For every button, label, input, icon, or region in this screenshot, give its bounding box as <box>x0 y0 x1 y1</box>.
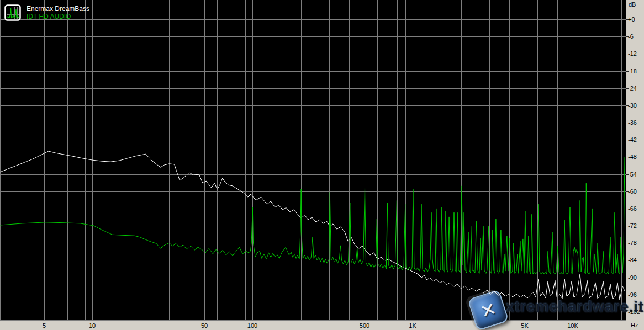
series-plot <box>0 0 626 321</box>
right-axis-margin <box>626 0 644 330</box>
series-line-idt-hd-audio <box>1 157 625 274</box>
legend-item-enermax-dreambass: Enermax DreamBass <box>27 5 89 13</box>
spectrum-icon <box>4 4 21 21</box>
legend-item-idt-hd-audio: IDT HD AUDIO <box>27 13 89 20</box>
legend: Enermax DreamBass IDT HD AUDIO <box>4 4 89 21</box>
bottom-axis-margin <box>0 321 626 330</box>
spectrum-analyzer-window: ✕ xtremehardware.it dB Hz +0-6-12-18-24-… <box>0 0 644 330</box>
